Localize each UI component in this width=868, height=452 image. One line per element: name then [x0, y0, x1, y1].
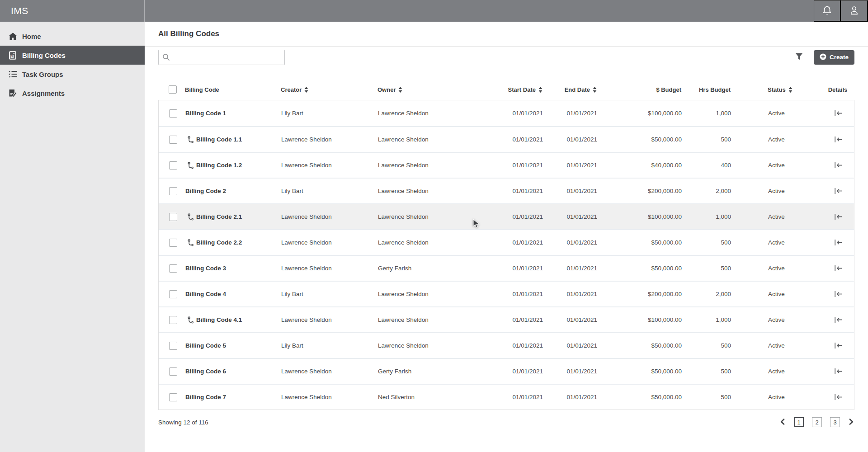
collapse-left-icon — [834, 136, 843, 143]
start-date-cell: 01/01/2021 — [491, 342, 543, 349]
end-date-cell: 01/01/2021 — [543, 213, 597, 220]
create-button[interactable]: Create — [814, 50, 854, 65]
row-checkbox[interactable] — [169, 316, 177, 324]
search-input[interactable] — [158, 50, 285, 65]
filter-button[interactable] — [793, 51, 805, 63]
start-date-cell: 01/01/2021 — [491, 188, 543, 194]
sidebar-item-billing-codes[interactable]: $ Billing Codes — [0, 46, 145, 65]
sidebar-item-task-groups[interactable]: Task Groups — [0, 65, 145, 84]
row-checkbox[interactable] — [169, 187, 177, 195]
details-button[interactable] — [832, 366, 844, 377]
details-button[interactable] — [832, 186, 844, 196]
billing-code-label: Billing Code 1 — [185, 110, 226, 117]
next-page-button[interactable] — [848, 418, 854, 427]
sort-icon — [398, 87, 402, 93]
billing-code-cell: Billing Code 7 — [181, 394, 280, 400]
details-button[interactable] — [832, 263, 844, 273]
details-button[interactable] — [832, 212, 844, 222]
table-row[interactable]: Billing Code 7Lawrence SheldonNed Silver… — [159, 384, 854, 410]
budget-cell: $200,000.00 — [597, 188, 682, 194]
collapse-left-icon — [834, 394, 843, 400]
table-row[interactable]: Billing Code 1.1Lawrence SheldonLawrence… — [159, 126, 854, 152]
billing-code-cell: Billing Code 2.1 — [181, 213, 280, 221]
collapse-left-icon — [834, 162, 843, 169]
column-header-end-date[interactable]: End Date — [542, 86, 597, 93]
app-brand: IMS — [0, 0, 145, 22]
creator-cell: Lawrence Sheldon — [280, 394, 378, 400]
end-date-cell: 01/01/2021 — [543, 110, 597, 117]
billing-code-label: Billing Code 4.1 — [196, 316, 242, 323]
page-button-3[interactable]: 3 — [830, 417, 840, 427]
start-date-cell: 01/01/2021 — [491, 239, 543, 246]
row-checkbox[interactable] — [169, 213, 177, 221]
owner-cell: Lawrence Sheldon — [378, 188, 491, 194]
row-checkbox[interactable] — [169, 367, 177, 376]
select-all-checkbox[interactable] — [169, 85, 177, 94]
budget-cell: $50,000.00 — [597, 368, 682, 375]
owner-cell: Lawrence Sheldon — [378, 213, 491, 220]
row-checkbox[interactable] — [169, 109, 177, 118]
svg-text:$: $ — [11, 54, 13, 58]
sidebar-item-assignments[interactable]: Assignments — [0, 84, 145, 103]
details-button[interactable] — [832, 237, 844, 248]
creator-cell: Lawrence Sheldon — [280, 265, 378, 272]
user-menu-button[interactable] — [841, 0, 868, 22]
status-cell: Active — [731, 188, 821, 194]
end-date-cell: 01/01/2021 — [543, 316, 597, 323]
sidebar-item-home[interactable]: Home — [0, 27, 145, 46]
details-button[interactable] — [832, 392, 844, 402]
page-button-1[interactable]: 1 — [794, 417, 804, 427]
start-date-cell: 01/01/2021 — [491, 162, 543, 169]
row-checkbox[interactable] — [169, 239, 177, 247]
column-header-billing-code: Billing Code — [181, 86, 279, 93]
details-button[interactable] — [832, 160, 844, 170]
column-header-status[interactable]: Status — [731, 86, 821, 93]
table-row[interactable]: Billing Code 2Lily BartLawrence Sheldon0… — [159, 178, 854, 203]
budget-cell: $50,000.00 — [597, 394, 682, 400]
status-cell: Active — [731, 394, 821, 400]
table-row[interactable]: Billing Code 2.2Lawrence SheldonLawrence… — [159, 229, 854, 255]
details-button[interactable] — [832, 108, 844, 118]
budget-cell: $200,000.00 — [597, 291, 682, 297]
table-row[interactable]: Billing Code 4.1Lawrence SheldonLawrence… — [159, 306, 854, 332]
creator-cell: Lily Bart — [280, 291, 378, 297]
creator-cell: Lawrence Sheldon — [280, 316, 378, 323]
notifications-button[interactable] — [814, 0, 841, 22]
hrs-budget-cell: 500 — [682, 239, 731, 246]
row-checkbox[interactable] — [169, 290, 177, 298]
chevron-left-icon — [780, 419, 785, 426]
details-button[interactable] — [832, 315, 844, 325]
hrs-budget-cell: 500 — [682, 394, 731, 400]
table-row[interactable]: Billing Code 1Lily BartLawrence Sheldon0… — [159, 100, 854, 126]
end-date-cell: 01/01/2021 — [543, 162, 597, 169]
budget-cell: $100,000.00 — [597, 213, 682, 220]
creator-cell: Lily Bart — [280, 188, 378, 194]
table-row[interactable]: Billing Code 4Lily BartLawrence Sheldon0… — [159, 281, 854, 306]
column-header-budget: $ Budget — [597, 86, 681, 93]
table-row[interactable]: Billing Code 3Lawrence SheldonGerty Fari… — [159, 255, 854, 281]
row-checkbox[interactable] — [169, 393, 177, 401]
column-header-owner[interactable]: Owner — [377, 86, 491, 93]
row-checkbox[interactable] — [169, 136, 177, 144]
row-checkbox[interactable] — [169, 161, 177, 170]
owner-cell: Gerty Farish — [378, 265, 491, 272]
details-button[interactable] — [832, 340, 844, 351]
sidebar-item-label: Home — [22, 33, 41, 40]
budget-cell: $50,000.00 — [597, 265, 682, 272]
details-button[interactable] — [832, 289, 844, 299]
prev-page-button[interactable] — [779, 418, 786, 427]
column-header-creator[interactable]: Creator — [279, 86, 377, 93]
row-checkbox[interactable] — [169, 342, 177, 350]
page-button-2[interactable]: 2 — [812, 417, 822, 427]
row-checkbox[interactable] — [169, 264, 177, 273]
collapse-left-icon — [834, 291, 843, 297]
topbar-spacer — [145, 0, 814, 22]
table-row[interactable]: Billing Code 2.1Lawrence SheldonLawrence… — [159, 203, 854, 229]
creator-cell: Lily Bart — [280, 342, 378, 349]
details-button[interactable] — [832, 134, 844, 145]
subcode-branch-icon — [188, 162, 194, 169]
table-row[interactable]: Billing Code 6Lawrence SheldonGerty Fari… — [159, 358, 854, 384]
table-row[interactable]: Billing Code 1.2Lawrence SheldonLawrence… — [159, 152, 854, 178]
column-header-start-date[interactable]: Start Date — [491, 86, 542, 93]
table-row[interactable]: Billing Code 5Lily BartLawrence Sheldon0… — [159, 332, 854, 358]
